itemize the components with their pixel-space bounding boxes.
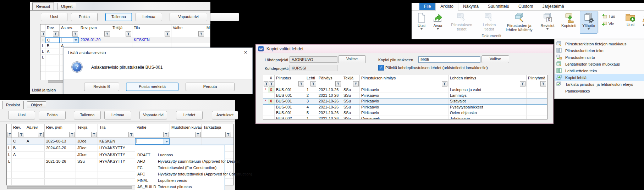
table-row-selected[interactable]: * X BUS-001 3 2021-10-26 SSu Piirikaavio…	[263, 99, 547, 105]
kasittely-ribbon-button[interactable]: Piirustusten ja lehtien käsittely	[502, 11, 536, 34]
horizontal-scrollbar-thumb[interactable]	[7, 186, 132, 189]
avaa-projekti-button[interactable]: Avaa	[639, 11, 644, 34]
menu-item[interactable]: Painikevalikko	[555, 88, 644, 94]
dropdown-option[interactable]: DRAFTLuonnos	[135, 152, 225, 158]
vapauta-rivi-button[interactable]: Vapauta rivi	[170, 13, 207, 21]
tuo-button[interactable]: Tuo	[600, 14, 620, 18]
filter-icon[interactable]	[225, 132, 231, 137]
filter-icon[interactable]	[540, 81, 546, 86]
table-row[interactable]: * X BUS-001 1 2021-10-26 SSu Piirikaavio…	[263, 87, 547, 93]
uusi-button[interactable]: Uusi	[8, 111, 35, 119]
combo-arrow-icon[interactable]	[73, 38, 78, 43]
poista-button[interactable]: Poista	[39, 111, 66, 119]
dropdown-option[interactable]: FINALLopullinen versio	[135, 177, 225, 184]
filter-icon[interactable]	[442, 81, 447, 86]
tab-ohjeet[interactable]: Ohjeet	[57, 3, 76, 10]
column-header[interactable]: Rev.	[45, 24, 60, 31]
column-header[interactable]: Muutoksen kuvaus	[205, 24, 210, 31]
filter-icon[interactable]	[298, 81, 304, 86]
tab-revisiot[interactable]: Revisiot	[2, 101, 24, 109]
menu-item[interactable]: Tarkista piirustus- ja lehtiarkiston ehe…	[555, 81, 644, 88]
column-header[interactable]: Päiväys	[317, 75, 342, 81]
asrev-combo[interactable]	[60, 37, 79, 43]
filter-icon[interactable]	[353, 81, 359, 86]
column-header[interactable]: Tekijä	[342, 75, 360, 81]
tab-file[interactable]: File	[419, 3, 435, 10]
filter-icon[interactable]	[128, 132, 134, 137]
column-header[interactable]: Piirustus	[275, 75, 305, 81]
update-sheets-checkbox[interactable]: ✓	[378, 65, 384, 71]
filter-icon[interactable]	[335, 81, 341, 86]
column-header[interactable]: Piir.ryhmä	[527, 75, 547, 81]
column-header[interactable]: Tarkastaja	[202, 124, 232, 131]
tab-suunnittelu[interactable]: Suunnittelu	[483, 3, 514, 10]
valitse-button[interactable]: Valitse	[338, 55, 366, 63]
column-header[interactable]: Tekijä	[111, 24, 132, 31]
poista-merkinta-button[interactable]: Poista merkintä	[126, 83, 178, 91]
vapauta-rivi-button[interactable]: Vapauta rivi	[139, 111, 167, 119]
column-header[interactable]: X	[268, 75, 275, 81]
menu-item[interactable]: Piirustusluettelon teko	[555, 47, 644, 54]
column-header[interactable]: Lehden nimitys	[448, 75, 527, 81]
vie-button[interactable]: Vie	[600, 21, 620, 26]
column-header[interactable]: Rev. pvm	[45, 124, 76, 131]
filter-icon[interactable]	[104, 31, 110, 37]
source-project-input[interactable]: AJONEUVO	[290, 56, 337, 63]
filter-icon[interactable]	[310, 81, 316, 86]
menu-item-highlighted[interactable]: Kopioi lehtiä	[555, 74, 644, 81]
column-header[interactable]: Vaihe	[171, 24, 205, 31]
filter-icon[interactable]	[72, 31, 78, 37]
filter-icon[interactable]	[7, 132, 12, 137]
lehdet-button[interactable]: Lehdet	[176, 111, 203, 119]
column-header[interactable]: Rev. pvm	[79, 24, 111, 31]
filter-icon[interactable]	[269, 81, 274, 86]
table-row[interactable]: BUS-001 4 2021-10-26 SSu Piirikaavio Pys…	[263, 105, 547, 110]
copy-to-input[interactable]: 9905	[418, 56, 480, 63]
table-row[interactable]: + C 2026-01-20 KESKEN	[40, 37, 210, 43]
vaihe-combo[interactable]	[135, 138, 170, 145]
filter-icon[interactable]	[38, 132, 44, 137]
filter-icon[interactable]	[198, 31, 204, 37]
peruuta-button[interactable]: Peruuta	[186, 83, 235, 91]
tab-ohjeet[interactable]: Ohjeet	[27, 101, 46, 108]
uusi-button[interactable]: Uusi	[41, 13, 67, 21]
dropdown-option[interactable]: AFCHyväksytty toteutettavaksi (Approved …	[135, 171, 225, 177]
leimaa-button[interactable]: Leimaa	[136, 13, 162, 21]
filter-icon[interactable]	[165, 31, 170, 37]
kopiointi-ribbon-button[interactable]: Kopiointi	[558, 11, 579, 34]
column-header[interactable]: Tila	[98, 124, 135, 131]
table-row-selected[interactable]: C A 2025-08-13 JDoe KESKEN	[7, 138, 233, 145]
column-header[interactable]: As.rev.	[60, 24, 79, 31]
column-header[interactable]: Tila	[132, 24, 171, 31]
dropdown-option[interactable]: AFDHyväksytty suunnitteluun (Approved fo…	[135, 158, 225, 164]
tallenna-button[interactable]: Tallenna	[105, 13, 132, 21]
close-icon[interactable]: ✕	[244, 50, 247, 55]
combo-arrow-icon[interactable]	[164, 139, 169, 144]
filter-icon[interactable]	[41, 31, 45, 37]
filter-icon[interactable]	[53, 31, 59, 37]
revisio-b-button[interactable]: Revisio B	[84, 83, 119, 91]
tab-arkisto[interactable]: Arkisto	[435, 3, 458, 11]
avaa-ribbon-button[interactable]: Avaa	[430, 11, 446, 34]
menu-item[interactable]: Piirustusten siirto	[555, 54, 644, 61]
column-header[interactable]: As.rev.	[25, 124, 45, 131]
column-header[interactable]: Piirustuksen nimitys	[360, 75, 448, 81]
dropdown-option[interactable]: AS_BUILDToteutunut piirustus	[135, 184, 225, 190]
uusi-projekti-button[interactable]: Uusi	[622, 11, 639, 34]
table-row[interactable]: BUS-001 5 2021-10-26 SSu Piirikaavio Ovi…	[263, 110, 547, 116]
column-header[interactable]: Vaihe	[135, 124, 170, 131]
poista-button[interactable]: Poista	[71, 13, 98, 21]
clipped-button[interactable]	[210, 13, 239, 21]
horizontal-scrollbar[interactable]	[48, 80, 64, 83]
tab-jarjestelma[interactable]: Järjestelmä	[538, 3, 568, 10]
target-project-input[interactable]: KURSSI	[290, 65, 337, 71]
tab-nakyma[interactable]: Näkymä	[458, 3, 483, 10]
table-row[interactable]: BUS-001 2 2021-10-26 SSu Piirikaavio Läm…	[263, 93, 547, 99]
tab-revisiot[interactable]: Revisiot	[32, 2, 54, 10]
menu-item[interactable]: Lehtiarkiston tietojen muokkaus	[555, 61, 644, 67]
asetukset-button[interactable]: Asetukset	[212, 111, 238, 119]
column-header[interactable]: Rev.	[12, 124, 25, 131]
tab-custom[interactable]: Custom	[514, 3, 538, 10]
column-header[interactable]: Muutoksen kuvaus	[170, 124, 202, 131]
filter-icon[interactable]	[195, 132, 201, 137]
